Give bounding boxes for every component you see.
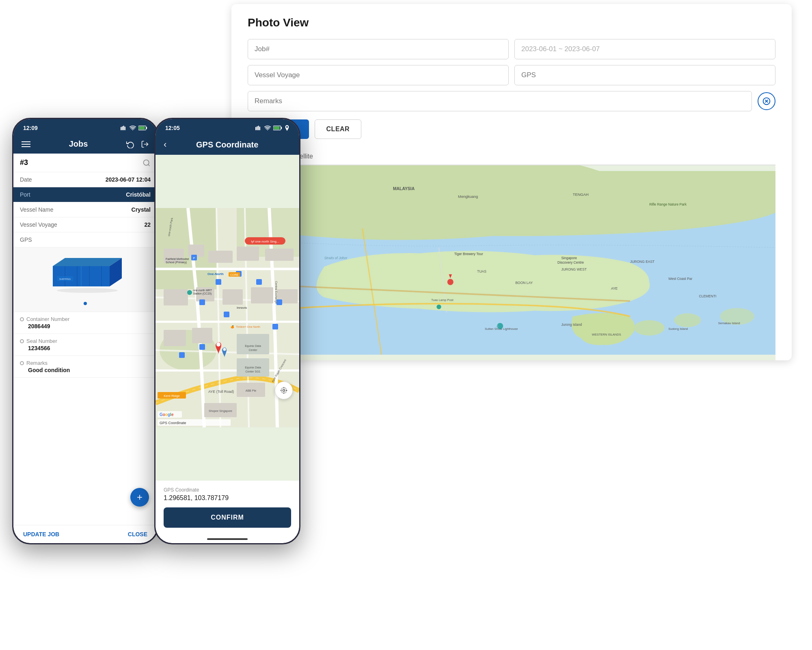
remarks-value: Good condition (20, 367, 151, 373)
container-number-item: Container Number 2086449 (13, 312, 157, 334)
svg-point-140 (283, 390, 285, 392)
phone1-fab-button[interactable]: + (130, 488, 149, 507)
gps-input[interactable] (514, 65, 775, 85)
menu-icon[interactable] (22, 141, 30, 147)
dot-icon-1 (20, 317, 24, 321)
svg-rect-47 (146, 127, 147, 129)
svg-point-133 (223, 348, 226, 351)
vessel-voyage-value: 22 (144, 221, 151, 228)
job-vessel-name-row: Vessel Name Crystal (13, 202, 157, 217)
clear-button[interactable]: CLEAR (315, 119, 362, 139)
vessel-voyage-label: Vessel Voyage (20, 221, 57, 228)
svg-point-132 (216, 342, 220, 347)
date-range-input[interactable] (514, 39, 775, 59)
search-row-remarks (248, 91, 775, 111)
svg-rect-69 (281, 127, 282, 129)
phone2: 12:05 ‹ GPS Coordinate (154, 118, 300, 544)
phone2-home-bar (155, 535, 299, 543)
vessel-voyage-input[interactable] (248, 65, 509, 85)
svg-text:CORE: CORE (230, 273, 239, 276)
phone1-statusbar: 12:09 (13, 119, 157, 134)
svg-point-38 (436, 305, 441, 309)
svg-text:West Coast Par: West Coast Par (668, 277, 692, 281)
svg-rect-111 (224, 312, 229, 317)
close-button[interactable]: CLOSE (128, 531, 147, 537)
phone2-screen: 12:05 ‹ GPS Coordinate (155, 119, 299, 543)
search-form (248, 39, 775, 85)
svg-text:Innovis: Innovis (237, 306, 247, 310)
svg-rect-86 (265, 249, 294, 261)
svg-text:⚓: ⚓ (496, 324, 500, 328)
svg-point-60 (57, 288, 118, 293)
svg-rect-108 (256, 279, 262, 285)
update-job-button[interactable]: UPDATE JOB (23, 531, 59, 537)
svg-text:AYE: AYE (611, 286, 618, 290)
svg-rect-43 (123, 126, 124, 130)
svg-point-45 (132, 130, 133, 130)
svg-rect-65 (258, 126, 259, 130)
svg-rect-112 (272, 324, 278, 329)
svg-text:TUAS: TUAS (477, 269, 486, 273)
svg-text:Kent Ridge: Kent Ridge (164, 394, 180, 398)
search-actions: SEARCH CLEAR (248, 119, 775, 139)
svg-rect-114 (179, 352, 185, 358)
svg-text:ABB Pte: ABB Pte (246, 389, 257, 392)
svg-text:Google: Google (160, 412, 174, 417)
remarks-item: Remarks Good condition (13, 356, 157, 378)
svg-text:One-North: One-North (207, 272, 224, 276)
clear-circle-button[interactable] (758, 92, 775, 110)
logout-icon[interactable] (141, 140, 149, 148)
location-fab-button[interactable] (275, 381, 293, 399)
phone1-header: Jobs (13, 134, 157, 154)
vessel-name-label: Vessel Name (20, 206, 53, 213)
phone1-time: 12:09 (23, 125, 38, 131)
job-vessel-voyage-row: Vessel Voyage 22 (13, 217, 157, 232)
refresh-icon[interactable] (126, 140, 134, 148)
svg-rect-87 (164, 289, 188, 306)
phone2-statusbar: 12:05 (155, 119, 299, 134)
dot-icon-2 (20, 339, 24, 343)
phone1: 12:09 Jobs #3 (12, 118, 158, 544)
svg-point-53 (144, 160, 149, 165)
svg-rect-42 (122, 126, 123, 130)
job-search-header: #3 (13, 154, 157, 172)
container-dot (84, 302, 87, 305)
svg-point-141 (281, 388, 286, 393)
svg-rect-84 (208, 251, 233, 263)
svg-rect-107 (216, 279, 221, 285)
svg-rect-63 (255, 127, 256, 130)
svg-rect-90 (251, 287, 273, 303)
svg-rect-85 (237, 247, 259, 261)
svg-text:Sudong Island: Sudong Island (668, 327, 688, 331)
svg-rect-64 (257, 126, 257, 130)
svg-text:WESTERN ISLANDS: WESTERN ISLANDS (592, 333, 621, 336)
svg-text:lyf one-north Sing...: lyf one-north Sing... (251, 240, 279, 243)
job-extras: Container Number 2086449 Seal Number 123… (13, 312, 157, 378)
date-label: Date (20, 176, 32, 183)
confirm-button[interactable]: CONFIRM (164, 507, 291, 528)
phone2-bottom: GPS Coordinate 1.296581, 103.787179 CONF… (155, 481, 299, 535)
svg-text:Singapore: Singapore (561, 256, 577, 260)
svg-text:Tiger Brewery Tour: Tiger Brewery Tour (454, 252, 483, 256)
job-number: #3 (20, 158, 28, 167)
remarks-input[interactable] (248, 91, 752, 111)
svg-text:Rifle Range Nature Park: Rifle Range Nature Park (649, 202, 687, 206)
svg-text:GPS Coordinate: GPS Coordinate (160, 421, 186, 425)
svg-text:JURONG EAST: JURONG EAST (630, 260, 654, 264)
svg-text:Mengkuang: Mengkuang (458, 194, 478, 199)
svg-point-37 (447, 279, 454, 285)
phone1-footer: UPDATE JOB CLOSE (13, 525, 157, 543)
phone1-header-title: Jobs (69, 139, 88, 149)
svg-text:School (Primary): School (Primary) (166, 261, 187, 264)
map-tabs: Map Satellite (248, 149, 775, 165)
seal-number-item: Seal Number 1234566 (13, 334, 157, 356)
job-gps-row: GPS (13, 232, 157, 247)
svg-text:P: P (193, 256, 195, 260)
svg-text:Equinix Data: Equinix Data (245, 344, 261, 348)
job-search-icon[interactable] (143, 159, 151, 167)
job-date-row: Date 2023-06-07 12:04 (13, 172, 157, 187)
seal-number-value: 1234566 (20, 345, 151, 351)
job-number-input[interactable] (248, 39, 509, 59)
back-button[interactable]: ‹ (164, 139, 166, 150)
phone2-location-icon (285, 125, 289, 131)
